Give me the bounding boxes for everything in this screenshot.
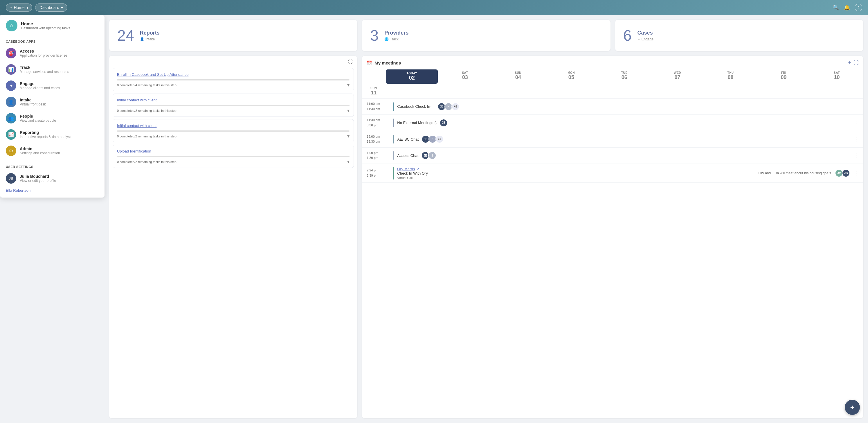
main-layout: ⌂ Home Dashboard with upcoming tasks CAS… (0, 15, 868, 423)
avatar-jb-5: JB (842, 169, 850, 177)
calendar-header: TODAY 02 SAT 03 SUN 04 MON 05 TUE 06 (362, 69, 863, 98)
access-text: Access Application for provider license (20, 49, 67, 58)
reports-info: Reports 👤 Intake (140, 30, 160, 41)
search-icon[interactable]: 🔍 (833, 4, 839, 11)
nav-reporting-item[interactable]: 📈 Reporting Interactive reports & data a… (0, 126, 104, 143)
engage-text: Engage Manage clients and cases (20, 81, 60, 90)
task-link-4[interactable]: Upload Identification (117, 149, 151, 153)
task-chevron-3[interactable]: ▾ (347, 133, 349, 139)
task-link-3[interactable]: Initial contact with client (117, 123, 157, 128)
meeting-bar-3 (393, 135, 394, 143)
tasks-expand-icon[interactable]: ⛶ (348, 59, 353, 64)
cal-day-fri09[interactable]: FRI 09 (757, 69, 810, 84)
home-item-subtitle: Dashboard with upcoming tasks (21, 26, 70, 30)
meetings-header: 📅 My meetings + ⛶ (362, 56, 863, 66)
ory-martin-link[interactable]: Ory Martin (397, 167, 415, 171)
cases-info: Cases ✦ Engage (638, 30, 653, 41)
cal-day-today[interactable]: TODAY 02 (386, 69, 438, 84)
track-subtitle: Manage services and resources (20, 70, 69, 74)
add-meeting-button[interactable]: + (848, 60, 851, 66)
header-left: ⌂ Home ▾ Dashboard ▾ (6, 3, 67, 11)
nav-home-item[interactable]: ⌂ Home Dashboard with upcoming tasks (0, 15, 104, 36)
help-icon[interactable]: ? (855, 4, 862, 11)
nav-track-item[interactable]: 📊 Track Manage services and resources (0, 61, 104, 78)
nav-access-item[interactable]: 🎯 Access Application for provider licens… (0, 45, 104, 61)
cal-day-sun04[interactable]: SUN 04 (492, 69, 545, 84)
meeting-details-3: AE/ SC Chat (397, 137, 418, 141)
task-item-1: Enroll in Casebook and Set Up Attendance… (113, 68, 354, 91)
expand-meetings-icon[interactable]: ⛶ (854, 60, 859, 66)
people-icon: 👥 (6, 113, 16, 123)
user-settings-label: USER SETTINGS (0, 162, 104, 170)
intake-sub-icon: 👤 (140, 37, 144, 41)
app-header: ⌂ Home ▾ Dashboard ▾ 🔍 🔔 ? (0, 0, 868, 15)
reports-stat-card[interactable]: 24 Reports 👤 Intake (109, 20, 358, 51)
meeting-details-4: Access Chat (397, 153, 418, 158)
access-title: Access (20, 49, 67, 53)
meeting-content-1: Casebook Check In-... JB N +1 (393, 102, 855, 111)
task-item-3: Initial contact with client 0 completed/… (113, 119, 354, 142)
task-status-1: 0 completed/4 remaining tasks in this st… (117, 83, 177, 87)
meeting-row-4: 1:00 pm 1:30 pm Access Chat JB I ⋮ (362, 148, 863, 164)
task-chevron-2[interactable]: ▾ (347, 108, 349, 113)
cal-day-tue06[interactable]: TUE 06 (598, 69, 651, 84)
intake-text: Intake Virtual front desk (20, 97, 46, 106)
nav-engage-item[interactable]: ✦ Engage Manage clients and cases (0, 78, 104, 94)
dashboard-label: Dashboard (39, 5, 60, 10)
home-label: Home (13, 5, 24, 10)
reports-sub: 👤 Intake (140, 37, 160, 41)
providers-number: 3 (370, 27, 378, 44)
task-item-2: Initial contact with client 0 completed/… (113, 93, 354, 117)
intake-subtitle: Virtual front desk (20, 102, 46, 106)
meeting-more-button-3[interactable]: ⋮ (854, 136, 859, 142)
meeting-content-3: AE/ SC Chat JB J +2 (393, 135, 850, 143)
providers-stat-card[interactable]: 3 Providers 🌐 Track (362, 20, 610, 51)
meeting-content-5: Ory Martin ↗ Check In With Ory Virtual C… (393, 167, 850, 179)
tasks-header: ⛶ (109, 56, 358, 66)
cal-day-mon05[interactable]: MON 05 (545, 69, 598, 84)
meeting-time-5: 2:24 pm 2:39 pm (367, 168, 390, 178)
cal-day-sun11[interactable]: SUN 11 (362, 84, 385, 98)
meeting-bar-1 (393, 102, 394, 111)
fab-plus-icon: + (850, 403, 855, 412)
home-button[interactable]: ⌂ Home ▾ (6, 3, 32, 11)
avatar-group-3: JB J +2 (422, 135, 443, 143)
home-item-text: Home Dashboard with upcoming tasks (21, 21, 70, 30)
meeting-more-button-5[interactable]: ⋮ (854, 170, 859, 176)
cal-day-sat03[interactable]: SAT 03 (438, 69, 492, 84)
task-link-2[interactable]: Initial contact with client (117, 98, 157, 102)
ella-robertson-link[interactable]: Ella Robertson (6, 188, 30, 193)
casebook-apps-label: CASEBOOK APPS (0, 36, 104, 45)
task-chevron-1[interactable]: ▾ (347, 82, 349, 88)
meeting-more-button-4[interactable]: ⋮ (854, 152, 859, 159)
meeting-row-1: 11:00 am 11:30 am Casebook Check In-... … (362, 98, 863, 115)
task-chevron-4[interactable]: ▾ (347, 159, 349, 164)
bell-icon[interactable]: 🔔 (844, 4, 850, 11)
reporting-subtitle: Interactive reports & data analysis (20, 135, 72, 139)
meeting-content-4: Access Chat JB I (393, 151, 850, 160)
user-subtitle: View or edit your profile (20, 179, 56, 183)
avatar-group-2: JB (439, 119, 447, 127)
nav-admin-item[interactable]: ⚙ Admin Settings and configuration (0, 143, 104, 159)
nav-intake-item[interactable]: 👤 Intake Virtual front desk (0, 94, 104, 110)
track-sub-icon: 🌐 (384, 37, 389, 41)
fab-button[interactable]: + (845, 400, 860, 415)
providers-sub: 🌐 Track (384, 37, 408, 41)
nav-people-item[interactable]: 👥 People View and create people (0, 110, 104, 126)
tasks-panel: ⛶ Enroll in Casebook and Set Up Attendan… (109, 56, 358, 418)
engage-title: Engage (20, 81, 60, 86)
meeting-time-1: 11:00 am 11:30 am (367, 102, 390, 112)
cases-stat-card[interactable]: 6 Cases ✦ Engage (615, 20, 863, 51)
meeting-more-button-2[interactable]: ⋮ (854, 120, 859, 126)
cal-day-wed07[interactable]: WED 07 (651, 69, 704, 84)
meeting-bar-2 (393, 118, 394, 127)
cal-day-thu08[interactable]: THU 08 (704, 69, 757, 84)
home-item-title: Home (21, 21, 70, 26)
meeting-time-3: 12:00 pm 12:30 pm (367, 134, 390, 144)
task-link-1[interactable]: Enroll in Casebook and Set Up Attendance (117, 72, 188, 77)
avatar-group-4: JB I (421, 151, 436, 160)
nav-user-profile-item[interactable]: JB Julia Bouchard View or edit your prof… (0, 170, 104, 187)
home-icon: ⌂ (9, 5, 12, 10)
dashboard-button[interactable]: Dashboard ▾ (35, 3, 68, 11)
cal-day-sat10[interactable]: SAT 10 (810, 69, 863, 84)
